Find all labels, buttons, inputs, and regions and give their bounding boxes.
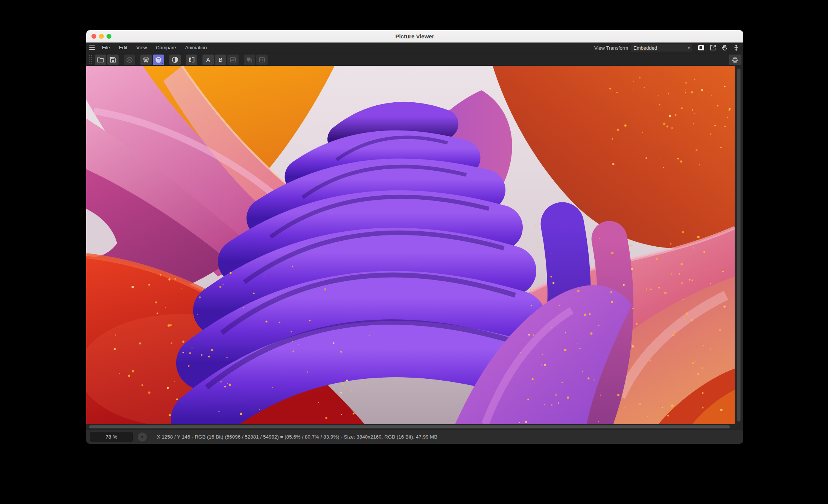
hamburger-menu-icon[interactable]: [89, 43, 97, 53]
fullscreen-window-button[interactable]: [107, 34, 111, 39]
picture-viewer-window: Picture Viewer File Edit View Compare An…: [86, 30, 743, 444]
export-image-button: [256, 55, 268, 65]
titlebar: Picture Viewer: [86, 30, 743, 43]
menu-animation[interactable]: Animation: [181, 43, 212, 53]
menu-edit[interactable]: Edit: [114, 43, 132, 53]
window-title: Picture Viewer: [86, 30, 743, 43]
image-canvas[interactable]: [86, 66, 735, 424]
view-transform-dropdown[interactable]: Embedded ▾: [631, 44, 692, 52]
close-window-button[interactable]: [91, 34, 96, 39]
open-new-window-icon[interactable]: [708, 43, 717, 52]
swap-ab-button: [227, 55, 239, 65]
view-transform-value: Embedded: [633, 45, 657, 51]
contrast-compare-button[interactable]: [169, 55, 181, 65]
status-bar: 78 % ▼ X 1258 / Y 146 - RGB (16 Bit) (56…: [86, 430, 743, 444]
toolbar: A B: [86, 53, 743, 66]
cancel-render-button: [124, 55, 135, 65]
desktop-background: Picture Viewer File Edit View Compare An…: [0, 0, 828, 504]
zoom-dropdown-button[interactable]: ▼: [138, 433, 147, 442]
status-text: X 1258 / Y 146 - RGB (16 Bit) (56096 / 5…: [157, 434, 437, 440]
set-a-button[interactable]: A: [202, 55, 214, 65]
horizontal-scrollbar-thumb[interactable]: [89, 425, 730, 428]
pan-hand-icon[interactable]: [720, 43, 729, 52]
render-view-toggle-icon[interactable]: [697, 43, 706, 52]
menu-view[interactable]: View: [132, 43, 151, 53]
traffic-lights: [91, 34, 111, 39]
rendered-image: [86, 66, 735, 424]
menu-file[interactable]: File: [97, 43, 114, 53]
viewer-content: [86, 66, 743, 424]
save-image-button[interactable]: [107, 55, 119, 65]
vertical-scrollbar-thumb[interactable]: [737, 68, 741, 422]
open-file-button[interactable]: [95, 55, 106, 65]
chevron-down-icon: ▾: [688, 46, 690, 50]
zoom-level-input[interactable]: 78 %: [90, 432, 133, 442]
navigator-button[interactable]: [729, 55, 741, 65]
menu-compare[interactable]: Compare: [151, 43, 180, 53]
copy-image-button: [244, 55, 255, 65]
horizontal-scrollbar[interactable]: [86, 424, 743, 430]
fit-vertical-icon[interactable]: [732, 43, 741, 52]
hardware-render-button[interactable]: [153, 55, 164, 65]
minimize-window-button[interactable]: [99, 34, 104, 39]
vertical-scrollbar[interactable]: [735, 66, 743, 424]
menu-bar: File Edit View Compare Animation View Tr…: [86, 43, 743, 53]
view-transform-label: View Transform: [594, 45, 628, 51]
software-render-button[interactable]: [140, 55, 152, 65]
toolbar-grip-handle[interactable]: [88, 55, 93, 65]
set-b-button[interactable]: B: [215, 55, 226, 65]
ab-compare-button[interactable]: [186, 55, 197, 65]
